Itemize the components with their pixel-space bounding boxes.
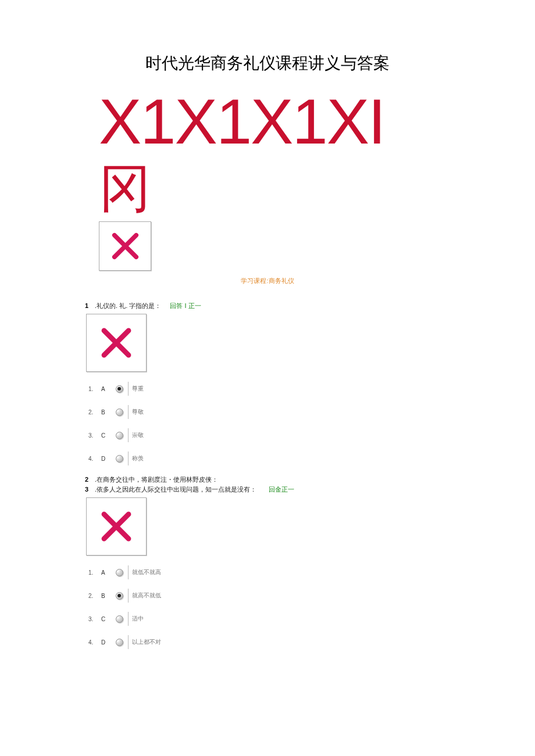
opt-text: 就高不就低 [132,592,161,600]
course-label: 学习课程:商务礼仪 [87,277,448,285]
page-title: 时代光华商务礼仪课程讲义与答案 [87,52,448,74]
opt-number: 3. [88,432,101,439]
separator [128,589,129,603]
decor-char: 冈 [99,162,448,214]
q3-text: .依多人之因此在人际交往中出现问题，知一点就是没有： [95,486,256,493]
opt-number: 3. [88,616,101,622]
question-2-3: 2 .在商务交往中，将剧度注・使用林野皮侠： 3 .依多人之因此在人际交往中出现… [84,475,448,648]
q1-option-d[interactable]: 4. D 称羡 [88,452,448,465]
opt-text: 就低不就高 [132,568,161,576]
opt-number: 1. [88,569,101,576]
radio-button[interactable] [112,409,127,416]
separator [128,612,129,626]
opt-text: 适中 [132,615,144,623]
opt-number: 4. [88,456,101,462]
radio-button[interactable] [112,432,127,439]
opt-text: 尊重 [132,385,144,393]
broken-image-box-q2 [86,497,147,556]
q2-option-a[interactable]: 1. A 就低不就高 [88,566,448,579]
separator [128,382,129,396]
question-2-line: 2 .在商务交往中，将剧度注・使用林野皮侠： [85,475,448,484]
decor-large-text: X1X1X1XI [99,86,448,156]
broken-image-box-q1 [86,314,147,372]
q3-answer: 回金正一 [269,486,294,493]
opt-text: 以上都不对 [132,638,161,646]
opt-letter: B [101,409,112,415]
q1-options: 1. A 尊重 2. B 尊敬 3. C 崇敬 4. D 称羡 [88,382,448,465]
question-1: 1 .礼仪的. 礼. 字指的是： 回答 I 正一 1. A 尊重 2. B 尊敬… [84,302,448,465]
separator [128,635,129,649]
radio-button[interactable] [112,569,127,576]
opt-letter: B [101,593,112,599]
q1-text: .礼仪的. 礼. 字指的是： [95,302,161,309]
separator [128,452,129,465]
opt-number: 2. [88,593,101,599]
radio-button[interactable] [112,615,127,623]
x-icon [109,230,141,262]
opt-letter: D [101,456,112,462]
q2-option-c[interactable]: 3. C 适中 [88,612,448,625]
opt-number: 4. [88,639,101,646]
q2-num: 2 [85,476,93,483]
opt-text: 称羡 [132,454,144,463]
q1-num: 1 [85,302,93,309]
x-icon [98,508,134,544]
question-1-line: 1 .礼仪的. 礼. 字指的是： 回答 I 正一 [85,302,448,310]
separator [128,405,129,419]
opt-letter: A [101,569,112,576]
radio-button[interactable] [112,639,127,646]
opt-number: 1. [88,386,101,392]
x-icon [98,325,134,361]
radio-button[interactable] [112,592,127,600]
separator [128,565,129,579]
q1-option-b[interactable]: 2. B 尊敬 [88,406,448,418]
opt-letter: C [101,616,112,622]
q3-num: 3 [85,486,93,493]
opt-number: 2. [88,409,101,415]
broken-image-box-1 [99,221,151,271]
q1-answer: 回答 I 正一 [170,302,201,309]
q1-option-c[interactable]: 3. C 崇敬 [88,429,448,442]
radio-button[interactable] [112,385,127,393]
q2-option-d[interactable]: 4. D 以上都不对 [88,636,448,648]
separator [128,428,129,442]
radio-button[interactable] [112,455,127,463]
q2-text: .在商务交往中，将剧度注・使用林野皮侠： [95,476,218,483]
opt-text: 崇敬 [132,431,144,439]
opt-letter: A [101,386,112,392]
opt-letter: C [101,432,112,439]
opt-letter: D [101,639,112,646]
q2-option-b[interactable]: 2. B 就高不就低 [88,589,448,602]
opt-text: 尊敬 [132,408,144,416]
q1-option-a[interactable]: 1. A 尊重 [88,382,448,395]
q2-options: 1. A 就低不就高 2. B 就高不就低 3. C 适中 4. D 以上都不对 [88,566,448,648]
question-3-line: 3 .依多人之因此在人际交往中出现问题，知一点就是没有： 回金正一 [85,485,448,494]
